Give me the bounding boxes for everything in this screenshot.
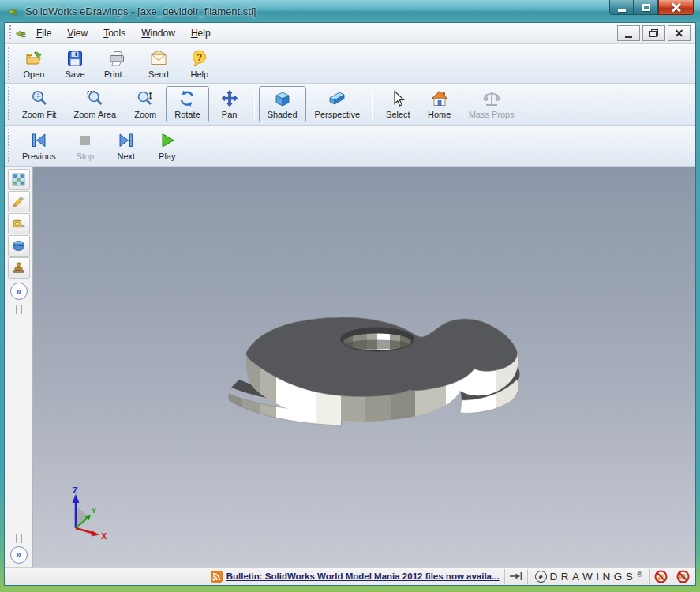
maximize-icon: [642, 4, 650, 11]
select-button[interactable]: Select: [377, 86, 419, 122]
play-button[interactable]: Play: [147, 128, 188, 164]
mdi-close-button[interactable]: [668, 25, 691, 41]
window-content: e File View Tools Window Help Ope: [4, 22, 696, 586]
help-icon: ?: [189, 49, 210, 68]
pan-label: Pan: [222, 110, 238, 119]
open-button[interactable]: Open: [13, 46, 54, 82]
section-panel-button[interactable]: [8, 235, 30, 257]
pan-icon: [219, 89, 240, 108]
maximize-button[interactable]: [634, 0, 658, 15]
help-button[interactable]: ? Help: [179, 46, 220, 82]
edrawings-logo-text: DRAWINGS: [550, 571, 637, 583]
axis-x-label: X: [101, 531, 107, 541]
measure-disabled-icon: [676, 570, 690, 583]
close-button[interactable]: [658, 0, 694, 15]
edrawings-app-icon: e: [7, 5, 21, 18]
minimize-button[interactable]: [609, 0, 634, 15]
menu-view[interactable]: View: [59, 23, 95, 43]
svg-text:e: e: [21, 28, 26, 39]
minimize-icon: [618, 9, 626, 12]
components-panel-button[interactable]: [8, 169, 30, 190]
previous-icon: [28, 131, 49, 150]
shaded-cube-icon: [272, 89, 293, 108]
previous-label: Previous: [22, 152, 56, 161]
shaded-button[interactable]: Shaded: [259, 86, 306, 122]
previous-button[interactable]: Previous: [13, 128, 65, 164]
rotate-icon: [177, 89, 197, 108]
zoom-label: Zoom: [134, 110, 156, 119]
bulletin-link[interactable]: Bulletin: SolidWorks World Model Mania 2…: [226, 571, 500, 581]
measure-disabled-indicator: [672, 569, 694, 584]
axis-z-label: Z: [73, 487, 78, 495]
sidebar-bottom-grip[interactable]: [16, 534, 22, 543]
markup-disabled-icon: [654, 570, 668, 583]
toolbar-view-grip[interactable]: [7, 87, 11, 122]
mdi-minimize-button[interactable]: [617, 25, 640, 41]
send-button[interactable]: Send: [138, 46, 179, 82]
print-icon: [107, 49, 127, 68]
next-button[interactable]: Next: [106, 128, 147, 164]
toolbar-file-grip[interactable]: [7, 47, 11, 80]
svg-text:e: e: [13, 6, 18, 17]
save-button[interactable]: Save: [54, 46, 95, 82]
edrawings-logo-e: e: [535, 571, 547, 583]
print-button[interactable]: Print...: [95, 46, 138, 82]
rotate-button[interactable]: Rotate: [166, 86, 208, 122]
zoom-area-button[interactable]: Zoom Area: [65, 86, 125, 122]
open-folder-icon: [24, 49, 44, 68]
send-envelope-icon: [148, 49, 169, 68]
window-title: SolidWorks eDrawings - [axe_devidoir_fil…: [25, 6, 256, 17]
menu-window[interactable]: Window: [133, 23, 183, 43]
play-icon: [157, 131, 178, 150]
stamp-icon: [12, 261, 25, 275]
mdi-restore-button[interactable]: [642, 25, 665, 41]
sidebar-bottom-group: »: [10, 529, 28, 564]
home-icon: [429, 89, 450, 108]
svg-text:?: ?: [196, 51, 202, 62]
perspective-button[interactable]: Perspective: [306, 86, 369, 122]
menu-file[interactable]: File: [28, 23, 59, 43]
toolbar-animation-grip[interactable]: [7, 129, 11, 163]
mass-props-label: Mass Props: [469, 110, 515, 119]
toolbar-file: Open Save Print...: [5, 44, 695, 84]
news-bulletin[interactable]: Bulletin: SolidWorks World Model Mania 2…: [206, 571, 504, 583]
send-label: Send: [148, 69, 169, 79]
pan-button[interactable]: Pan: [209, 86, 250, 122]
home-button[interactable]: Home: [419, 86, 460, 122]
document-icon: e: [15, 27, 28, 40]
titlebar[interactable]: e SolidWorks eDrawings - [axe_devidoir_f…: [0, 0, 700, 22]
section-icon: [12, 239, 25, 253]
zoom-fit-icon: [29, 89, 50, 108]
stamp-panel-button[interactable]: [8, 257, 30, 279]
edrawings-logo: e DRAWINGS ®: [527, 569, 649, 584]
measure-tape-icon: [12, 217, 25, 230]
zoom-area-icon: [84, 89, 105, 108]
select-cursor-icon: [387, 89, 408, 108]
sidebar-more-button[interactable]: »: [10, 283, 28, 300]
sidebar-splitter-grip[interactable]: [16, 305, 22, 314]
markup-pencil-icon: [12, 195, 25, 208]
menu-help[interactable]: Help: [183, 23, 219, 43]
sidebar-bottom-expand-button[interactable]: »: [10, 546, 28, 564]
open-label: Open: [24, 69, 45, 79]
axis-y-label: Y: [92, 507, 96, 515]
mass-props-button: Mass Props: [460, 86, 523, 122]
3d-viewport[interactable]: Z Y X: [33, 167, 695, 567]
menubar-grip[interactable]: [9, 25, 13, 41]
play-label: Play: [159, 152, 175, 161]
window-controls: [609, 0, 694, 15]
toolbar-separator: [254, 88, 255, 121]
zoom-icon: [135, 89, 155, 108]
menu-tools[interactable]: Tools: [95, 23, 133, 43]
zoom-fit-button[interactable]: Zoom Fit: [13, 86, 65, 122]
measure-panel-button[interactable]: [8, 213, 30, 234]
markup-panel-button[interactable]: [8, 191, 30, 212]
stop-icon: [75, 131, 95, 150]
mdi-window-controls: [617, 25, 691, 41]
zoom-button[interactable]: Zoom: [125, 86, 166, 122]
news-collapse-button[interactable]: [504, 569, 527, 584]
main-area: » »: [5, 167, 695, 567]
next-label: Next: [117, 152, 135, 161]
save-label: Save: [65, 69, 84, 79]
perspective-label: Perspective: [315, 110, 360, 119]
